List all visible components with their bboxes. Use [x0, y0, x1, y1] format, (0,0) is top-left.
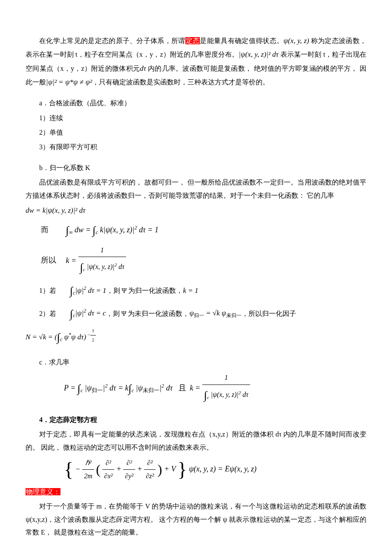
label-er: 而 — [41, 223, 64, 237]
formula-psi2-dtau: |ψ(x, y, z)|² dτ — [239, 50, 278, 58]
highlight-dingtai: 定态 — [185, 37, 200, 44]
text: ，所以归一化因子 — [242, 309, 296, 317]
text: 2）若 — [39, 309, 56, 317]
sec-4-para1: 对于定态，即具有一定能量的状态来说，发现微粒在点（x,y,z）附近的微体积 dτ… — [26, 428, 366, 454]
fraction: 1 ∫c |ψ(x, y, z)|2 dτ — [78, 244, 126, 278]
eq-k: 所以 k = 1 ∫c |ψ(x, y, z)|2 dτ — [26, 244, 366, 278]
formula-int-c: ∫c|ψ|2 dτ = c — [56, 309, 106, 317]
sec-b-item2: 2）若∫c|ψ|2 dτ = c，则 Ψ 为未归一化波函数，ψ归一 = √k ψ… — [26, 304, 366, 324]
physical-meaning-label: 物理意义： — [26, 486, 366, 498]
sec-b-item1: 1）若∫c|ψ|2 dτ = 1，则 Ψ 为归一化波函数，k = 1 — [26, 280, 366, 301]
sec-b-title: b．归一化系数 K — [26, 162, 366, 174]
eq-integral-1: 而 ∫∞ dw = ∫c k|ψ(x, y, z)|2 dτ = 1 — [26, 220, 366, 241]
text: ，只有确定波函数是实函数时，三种表达方式才是等价的。 — [92, 78, 269, 86]
sec-a-item1: 1）连续 — [26, 112, 366, 124]
label-qie: 且 — [179, 384, 186, 392]
text: ，则 Ψ 为归一化波函数， — [107, 287, 183, 294]
text: 1）若 — [39, 287, 56, 294]
sec-a-item3: 3）有限即平方可积 — [26, 141, 366, 153]
text: 是能量具有确定值得状态。 — [200, 37, 283, 44]
text: ，则 Ψ 为未归一化波函数， — [106, 309, 190, 317]
denominator: ∫c |ψ(x, y, z)|2 dτ — [78, 257, 126, 278]
formula-k1: k = 1 — [183, 286, 198, 295]
formula-dtau: dτ — [140, 64, 146, 72]
formula-psi-xyz: ψ(x, y, z) — [283, 37, 309, 45]
sec-a-item2: 2）单值 — [26, 126, 366, 139]
formula-psi-norm: ψ归一 = √k ψ未归一 — [189, 309, 241, 317]
label-suoyi: 所以 — [41, 253, 64, 267]
highlight-meaning: 物理意义： — [26, 488, 61, 495]
text: 在化学上常见的是定态的原子、分子体系，所谓 — [39, 37, 185, 44]
denominator: ∫c |ψ(x, y, z)|2 dτ — [202, 385, 250, 406]
sec-4-title: 4．定态薛定鄂方程 — [26, 413, 366, 426]
integral-icon: ∫ — [66, 220, 69, 241]
formula-int-1: ∫c|ψ|2 dτ = 1 — [56, 286, 107, 295]
para-intro: 在化学上常见的是定态的原子、分子体系，所谓定态是能量具有确定值得状态。ψ(x, … — [26, 34, 366, 89]
eq-N: N = √k = (∫c ψ*ψ dτ) −12 — [26, 326, 366, 348]
text: k = — [190, 384, 202, 392]
numerator: 1 — [202, 371, 250, 384]
eq-schrodinger: { − ℏ²2m ( ∂²∂x² + ∂²∂y² + ∂²∂z² ) + V }… — [26, 457, 366, 483]
sec-b-para: 品优波函数是有限或平方可积的， 故都可归一， 但一般所给品优波函数不一定归一。当… — [26, 176, 366, 202]
eq-dw: dw = k|ψ(x, y, z)|² dτ — [26, 204, 366, 217]
sec-a-title: a．合格波函数（品优、标准） — [26, 97, 366, 110]
numerator: 1 — [78, 244, 126, 257]
text: k = — [66, 256, 78, 264]
fraction: 1 ∫c |ψ(x, y, z)|2 dτ — [202, 371, 250, 406]
sec-4-para2: 对于一个质量等于 m，在势能等于 V 的势场中运动的微粒来说，有一个与这微粒运动… — [26, 500, 366, 539]
eq-P: P = ∫c |ψ归一|2 dτ = k∫c |ψ未归一|2 dτ 且 k = … — [26, 371, 366, 406]
sec-c-title: c．求几率 — [26, 356, 366, 369]
formula-psi-conj: |ψ|² = ψ*ψ ≠ ψ² — [46, 78, 92, 86]
